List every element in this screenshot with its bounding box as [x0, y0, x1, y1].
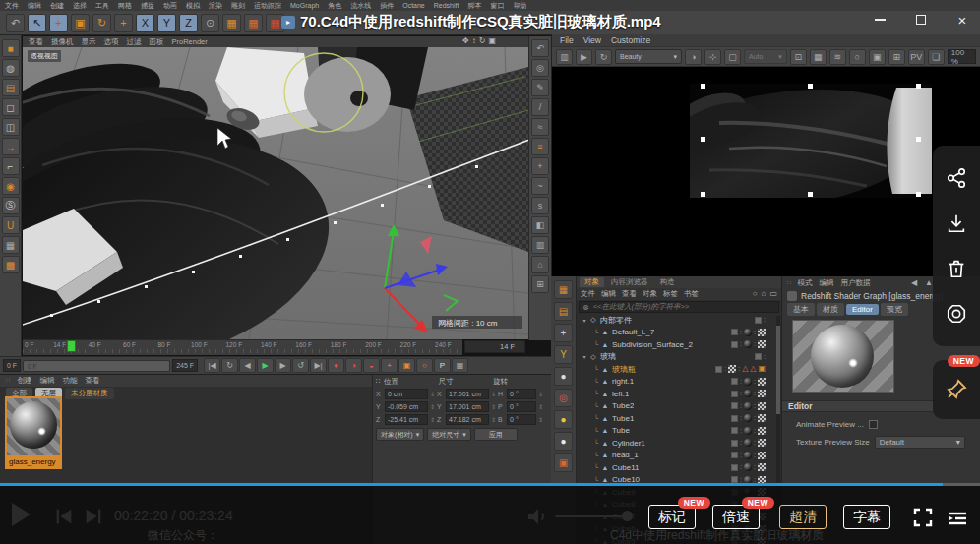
grid-lock-icon[interactable]: ▦ — [2, 236, 20, 254]
record-icon[interactable] — [946, 303, 967, 325]
autokey-button[interactable]: ◑ — [345, 358, 362, 373]
xyz-ball-icon[interactable]: ● — [554, 410, 573, 429]
crop-region-icon[interactable]: ▢ — [724, 49, 741, 65]
material-menu-item[interactable]: 功能 — [62, 376, 77, 386]
knife-icon[interactable]: / — [531, 98, 549, 116]
background-icon[interactable]: ≋ — [829, 49, 846, 65]
attr-tab-shader[interactable]: 材质 — [817, 303, 844, 316]
target-icon[interactable]: ◎ — [554, 389, 573, 407]
lock-x-icon[interactable]: X — [136, 14, 154, 32]
grid-icon[interactable]: ⊞ — [531, 275, 549, 293]
key-parameter-button[interactable]: P — [434, 358, 451, 373]
polygons-mode-icon[interactable]: → — [2, 138, 20, 155]
c4d-menu-item[interactable]: 动画 — [163, 1, 177, 11]
workplane-icon[interactable]: ▤ — [2, 79, 20, 96]
key-pla-button[interactable]: ▦ — [452, 358, 468, 373]
viewport-menu-item[interactable]: 查看 — [29, 37, 43, 47]
fullscreen-button[interactable] — [911, 506, 935, 529]
pixel-probe-icon[interactable]: ⊹ — [704, 49, 721, 65]
points-mode-icon[interactable]: ◻ — [2, 98, 20, 116]
render-view-menu-item[interactable]: File — [560, 35, 574, 45]
om-menu-item[interactable]: 对象 — [643, 289, 657, 299]
download-icon[interactable] — [946, 212, 967, 234]
render-still-icon[interactable]: ▥ — [556, 49, 573, 65]
model-mode-icon[interactable]: ■ — [2, 39, 20, 57]
viewport-menu-item[interactable]: 选项 — [104, 37, 119, 47]
render-view-icon[interactable]: ▦ — [222, 14, 241, 32]
tree-item-Default_L_7[interactable]: └▲Default_L_7:: — [577, 327, 777, 339]
refresh-icon[interactable]: ↻ — [595, 49, 612, 65]
shader-preview[interactable] — [792, 320, 894, 393]
rows-icon[interactable]: ▥ — [531, 236, 549, 254]
om-home-icon[interactable]: ⌂ — [762, 289, 766, 298]
smooth-icon[interactable]: ≈ — [531, 118, 549, 136]
last-tool-icon[interactable]: + — [114, 14, 133, 32]
loop-button[interactable]: ↻ — [221, 358, 238, 373]
copy-icon[interactable]: ❏ — [928, 49, 945, 65]
snap-icon[interactable]: ◉ — [2, 177, 20, 195]
key-position-button[interactable]: + — [381, 358, 398, 373]
tree-item-Cylinder1[interactable]: └▲Cylinder1:: — [577, 437, 777, 450]
om-tab-browser[interactable]: 内容浏览器 — [606, 277, 653, 287]
om-tab-structure[interactable]: 构造 — [655, 277, 680, 287]
snapshot-icon[interactable]: ▣ — [869, 49, 886, 65]
spline-icon[interactable]: s — [531, 197, 549, 214]
home-icon[interactable]: ⌂ — [531, 256, 549, 273]
render-view-menu-item[interactable]: View — [583, 35, 601, 45]
coord-pos-y-field[interactable]: -0.059 cm — [385, 401, 428, 412]
key-rotation-button[interactable]: ○ — [416, 358, 433, 373]
bucket-render-icon[interactable]: ◑ — [685, 49, 702, 65]
rotate-view-icon[interactable]: ↻ — [479, 36, 486, 45]
c4d-menu-item[interactable]: 脚本 — [467, 1, 481, 11]
circle-icon[interactable]: ○ — [849, 49, 866, 65]
c4d-menu-item[interactable]: 帮助 — [513, 1, 526, 11]
layout2-icon[interactable]: ▤ — [554, 302, 573, 321]
mat-tab-unlayered[interactable]: 未分层材质 — [65, 388, 114, 399]
scale-tool-icon[interactable]: ▣ — [71, 14, 90, 32]
coord-mode-dropdown[interactable]: 对象(相对)▾ — [376, 428, 424, 441]
om-menu-item[interactable]: 标签 — [663, 289, 678, 299]
om-panel-icon[interactable]: ▭ — [769, 289, 777, 298]
cycle-button[interactable]: ↺ — [292, 358, 309, 373]
om-search-icon[interactable]: ○ — [753, 289, 758, 298]
dot-icon[interactable]: ● — [554, 367, 573, 386]
c4d-menu-item[interactable]: 窗口 — [490, 1, 504, 11]
coord-rot-b-field[interactable]: 0 ° — [507, 414, 536, 425]
c4d-menu-item[interactable]: 网格 — [118, 1, 132, 11]
current-frame-field[interactable]: 14 F — [464, 340, 525, 353]
c4d-menu-item[interactable]: 工具 — [95, 1, 109, 11]
om-menu-item[interactable]: 查看 — [622, 289, 637, 299]
tree-item-Cube11[interactable]: └▲Cube11:: — [577, 461, 777, 474]
brush-icon[interactable]: ≡ — [531, 138, 549, 155]
pan-view-icon[interactable]: ✥ — [462, 36, 469, 45]
prev-key-button[interactable]: ◀ — [239, 358, 256, 373]
share-icon[interactable] — [946, 167, 967, 189]
range-start-field[interactable]: 0 F — [3, 359, 21, 372]
play-button[interactable]: ▶ — [257, 358, 274, 373]
next-frame-button[interactable]: ▶ — [275, 358, 291, 373]
coord-pos-x-field[interactable]: 0 cm — [385, 389, 428, 399]
attr-tab-editor[interactable]: Editor — [846, 304, 879, 315]
preview-range-slider[interactable]: 0 F — [23, 360, 170, 372]
expand-toggle-icon[interactable]: ▾ — [581, 317, 588, 324]
c4d-menu-item[interactable]: 编辑 — [28, 1, 41, 11]
rotate-tool-icon[interactable]: ↻ — [92, 14, 111, 32]
minimize-button[interactable] — [866, 10, 893, 30]
magnet-icon[interactable]: U — [2, 216, 20, 234]
edges-mode-icon[interactable]: ◫ — [2, 118, 20, 136]
om-menu-item[interactable]: 编辑 — [601, 289, 616, 299]
add-icon[interactable]: + — [531, 157, 549, 175]
tree-item-Tube1[interactable]: └▲Tube1:: — [577, 412, 777, 425]
white-ball-icon[interactable]: ● — [554, 432, 573, 451]
subtitle-button[interactable]: 字幕 — [843, 505, 890, 529]
coord-pos-z-field[interactable]: -25.41 cm — [385, 414, 428, 425]
pass-dropdown[interactable]: Beauty▾ — [615, 49, 682, 64]
cubes-icon[interactable]: ▣ — [554, 453, 573, 472]
wave-icon[interactable]: ~ — [531, 177, 549, 195]
move-tool-icon[interactable]: + — [49, 14, 68, 32]
tweak-mode-icon[interactable]: ⌐ — [2, 157, 20, 175]
maximize-button[interactable] — [907, 10, 935, 30]
record-keyframe-button[interactable]: ● — [328, 358, 344, 373]
coord-size-y-field[interactable]: 17.001 cm — [446, 401, 489, 412]
history-back-icon[interactable]: ◀ — [911, 278, 917, 287]
